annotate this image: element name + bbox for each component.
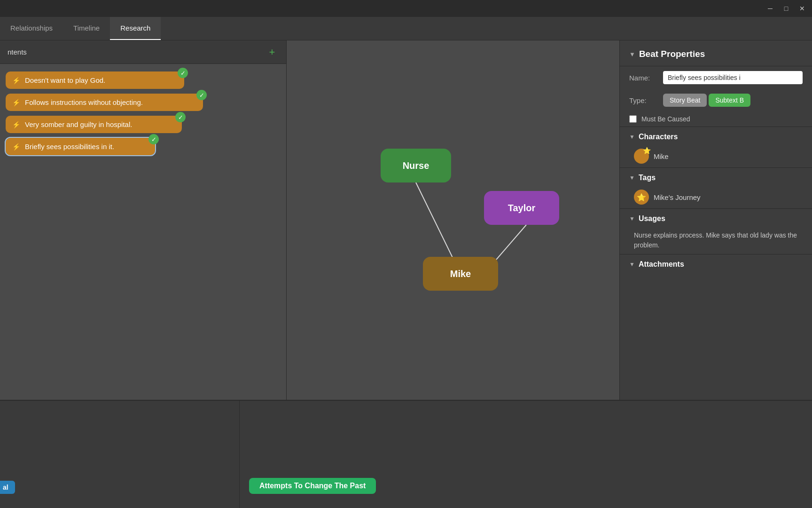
bottom-left: al	[0, 401, 240, 508]
bottom-right-tag[interactable]: Attempts To Change The Past	[249, 478, 376, 494]
left-panel-title: ntents	[8, 48, 27, 56]
beat-item[interactable]: ⚡ Very somber and guilty in hospital. ✓	[6, 116, 182, 133]
check-icon: ✓	[196, 90, 207, 100]
lightning-icon: ⚡	[12, 99, 20, 106]
graph-edges	[287, 40, 619, 400]
lightning-icon: ⚡	[12, 77, 20, 84]
node-taylor-label: Taylor	[508, 203, 536, 214]
usages-section-title: Usages	[639, 214, 665, 223]
name-row: Name:	[620, 66, 812, 89]
bottom-left-tag[interactable]: al	[0, 481, 15, 494]
center-panel: Nurse Taylor Mike	[287, 40, 619, 400]
beat-text: Doesn't want to play God.	[25, 76, 178, 84]
beat-item-selected[interactable]: ⚡ Briefly sees possibilities in it. ✓	[6, 138, 155, 155]
node-nurse[interactable]: Nurse	[381, 149, 451, 183]
check-icon: ✓	[148, 134, 159, 144]
type-label: Type:	[629, 96, 657, 104]
tags-section-title: Tags	[639, 174, 656, 182]
must-be-caused-row: Must Be Caused	[620, 111, 812, 127]
bottom-area: al Attempts To Change The Past	[0, 400, 812, 508]
tags-triangle-icon: ▼	[629, 175, 635, 181]
name-label: Name:	[629, 74, 657, 82]
characters-section-title: Characters	[639, 133, 678, 141]
must-be-caused-label: Must Be Caused	[641, 115, 690, 123]
node-taylor[interactable]: Taylor	[484, 191, 559, 225]
collapse-triangle-icon[interactable]: ▼	[629, 51, 635, 58]
tab-relationships[interactable]: Relationships	[0, 17, 63, 40]
node-mike[interactable]: Mike	[423, 257, 498, 291]
mike-avatar: ⭐	[634, 149, 649, 164]
tag-item-mikes-journey[interactable]: ⭐ Mike's Journey	[620, 186, 812, 208]
subtext-beat-button[interactable]: Subtext B	[709, 94, 750, 107]
check-icon: ✓	[175, 112, 186, 122]
mike-star-icon: ⭐	[643, 147, 651, 154]
maximize-button[interactable]: □	[782, 4, 790, 13]
left-panel: ntents + ⚡ Doesn't want to play God. ✓ ⚡…	[0, 40, 287, 400]
tags-section-header[interactable]: ▼ Tags	[620, 167, 812, 186]
add-beat-button[interactable]: +	[265, 46, 279, 59]
tag-star-icon: ⭐	[637, 193, 646, 202]
tab-bar: Relationships Timeline Research	[0, 17, 812, 40]
graph-area: Nurse Taylor Mike	[287, 40, 619, 400]
beat-item[interactable]: ⚡ Doesn't want to play God. ✓	[6, 71, 184, 89]
titlebar: ─ □ ✕	[0, 0, 812, 17]
tab-timeline[interactable]: Timeline	[63, 17, 110, 40]
tab-research[interactable]: Research	[110, 17, 161, 40]
node-nurse-label: Nurse	[403, 160, 429, 171]
beat-text: Very somber and guilty in hospital.	[25, 120, 175, 128]
lightning-icon: ⚡	[12, 121, 20, 128]
right-panel: ▼ Beat Properties Name: Type: Story Beat…	[619, 40, 812, 400]
right-panel-title-text: Beat Properties	[639, 49, 705, 59]
lightning-icon: ⚡	[12, 143, 20, 151]
check-icon: ✓	[178, 68, 188, 78]
attachments-section-title: Attachments	[639, 260, 684, 269]
usages-triangle-icon: ▼	[629, 215, 635, 222]
tag-name: Mike's Journey	[654, 193, 701, 201]
beat-text: Briefly sees possibilities in it.	[25, 143, 148, 151]
type-buttons: Story Beat Subtext B	[663, 94, 750, 107]
left-panel-header: ntents +	[0, 40, 286, 64]
characters-section-header[interactable]: ▼ Characters	[620, 127, 812, 145]
content-area: ntents + ⚡ Doesn't want to play God. ✓ ⚡…	[0, 40, 812, 400]
app-container: Relationships Timeline Research ntents +…	[0, 17, 812, 508]
story-beat-button[interactable]: Story Beat	[663, 94, 707, 107]
minimize-button[interactable]: ─	[766, 4, 774, 13]
attachments-section-header[interactable]: ▼ Attachments	[620, 254, 812, 272]
bottom-right: Attempts To Change The Past	[240, 401, 812, 508]
character-item-mike[interactable]: ⭐ Mike	[620, 145, 812, 167]
tag-avatar: ⭐	[634, 190, 649, 205]
usages-text: Nurse explains process. Mike says that o…	[620, 227, 812, 254]
right-panel-header: ▼ Beat Properties	[620, 40, 812, 66]
mike-character-name: Mike	[654, 152, 669, 160]
right-panel-title: ▼ Beat Properties	[629, 49, 803, 59]
beats-list: ⚡ Doesn't want to play God. ✓ ⚡ Follows …	[0, 64, 286, 163]
close-button[interactable]: ✕	[798, 4, 806, 13]
beat-text: Follows instructions without objecting.	[25, 98, 196, 106]
attachments-triangle-icon: ▼	[629, 261, 635, 268]
must-be-caused-checkbox[interactable]	[629, 115, 637, 123]
beat-item[interactable]: ⚡ Follows instructions without objecting…	[6, 94, 203, 111]
usages-section-header[interactable]: ▼ Usages	[620, 208, 812, 227]
type-row: Type: Story Beat Subtext B	[620, 89, 812, 111]
name-input[interactable]	[663, 71, 803, 84]
characters-triangle-icon: ▼	[629, 134, 635, 140]
node-mike-label: Mike	[450, 269, 471, 279]
